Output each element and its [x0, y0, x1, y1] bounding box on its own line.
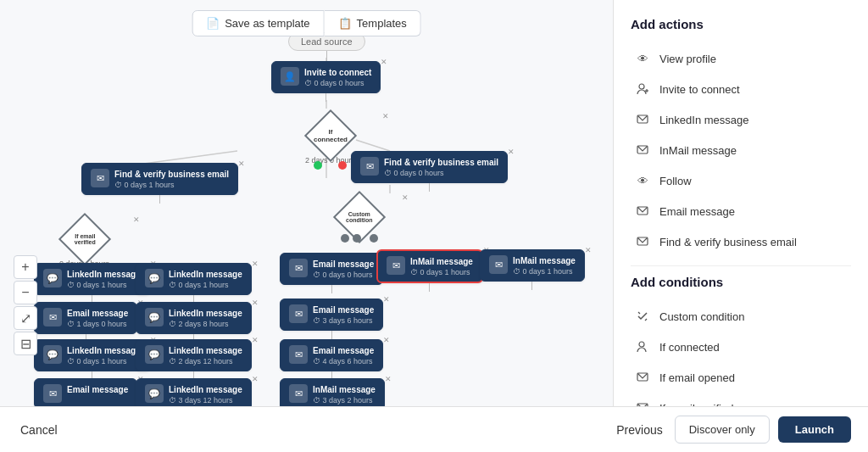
save-template-button[interactable]: 📄 Save as template	[192, 10, 324, 36]
templates-button[interactable]: 📋 Templates	[325, 10, 421, 36]
linkedin-msg-panel-icon	[634, 111, 651, 128]
if-email-verified-node: If emailverified 0 days 0 hours ✕	[59, 220, 109, 268]
close-em2[interactable]: ✕	[383, 295, 390, 304]
lm3-icon: 💬	[145, 308, 164, 326]
zoom-in-button[interactable]: +	[14, 255, 37, 279]
close-lm2[interactable]: ✕	[252, 259, 259, 268]
condition-if-email-opened[interactable]: If email opened	[631, 362, 851, 393]
conditions-title: Add conditions	[631, 275, 851, 289]
linkedin-msg3-box[interactable]: 💬 LinkedIn message ⏱ 2 days 8 hours	[136, 302, 252, 334]
find-verify-right-node: ✉ Find & verify business email ⏱ 0 days …	[351, 151, 508, 192]
lm6-icon: 💬	[145, 384, 164, 403]
if-email-verified-icon	[634, 399, 651, 406]
cancel-button[interactable]: Cancel	[17, 416, 61, 444]
linkedin-msg6-box[interactable]: 💬 LinkedIn message ⏱ 3 days 12 hours	[136, 378, 252, 406]
actions-list: 👁 View profile Invite to connect LinkedI…	[631, 43, 851, 257]
cc-dot2	[353, 234, 361, 243]
footer-left: Cancel	[17, 416, 61, 444]
action-view-profile[interactable]: 👁 View profile	[631, 43, 851, 74]
close-lm6[interactable]: ✕	[252, 375, 259, 383]
action-inmail-message[interactable]: InMail message	[631, 135, 851, 165]
linkedin-msg1-box[interactable]: 💬 LinkedIn message ⏱ 0 days 1 hours	[34, 263, 150, 295]
action-follow[interactable]: 👁 Follow	[631, 165, 851, 196]
conditions-list: Custom condition If connected If email o…	[631, 301, 851, 406]
templates-icon: 📋	[338, 17, 352, 30]
connector-line	[326, 51, 327, 61]
linkedin-msg6-node: 💬 LinkedIn message ⏱ 3 days 12 hours ✕	[136, 378, 252, 406]
email-msg3-box[interactable]: ✉ Email message ⏱ 4 days 6 hours	[280, 339, 383, 371]
find-verify-right-box[interactable]: ✉ Find & verify business email ⏱ 0 days …	[351, 151, 508, 183]
invite-connect-box[interactable]: 👤 Invite to connect ⏱ 0 days 0 hours	[271, 61, 381, 93]
email-msg1-node: ✉ Email message ⏱ 0 days 0 hours ✕	[280, 253, 383, 293]
if-connected-diamond[interactable]: If connected	[303, 109, 356, 162]
condition-if-connected[interactable]: If connected	[631, 332, 851, 362]
condition-custom[interactable]: Custom condition	[631, 301, 851, 332]
close-im3[interactable]: ✕	[385, 375, 392, 383]
zoom-out-button[interactable]: −	[14, 281, 37, 304]
fit-button[interactable]: ⤢	[14, 306, 37, 330]
lm1-icon: 💬	[43, 269, 62, 287]
canvas-area: 📄 Save as template 📋 Templates	[0, 0, 614, 406]
action-find-verify-email[interactable]: Find & verify business email	[631, 226, 851, 257]
layer-button[interactable]: ⊟	[14, 332, 37, 355]
email-msg3-node: ✉ Email message ⏱ 4 days 6 hours ✕	[280, 339, 383, 380]
lm5-icon: 💬	[43, 345, 62, 364]
linkedin-msg1-node: 💬 LinkedIn message ⏱ 0 days 1 hours ✕	[34, 263, 150, 304]
close-im2[interactable]: ✕	[585, 246, 592, 254]
close-if-connected[interactable]: ✕	[382, 112, 389, 120]
previous-button[interactable]: Previous	[613, 416, 665, 444]
em2-icon: ✉	[289, 304, 308, 323]
fv-right-icon: ✉	[360, 157, 379, 176]
close-invite[interactable]: ✕	[381, 58, 387, 66]
inmail-msg3-node: ✉ InMail message ⏱ 3 days 2 hours ✕	[280, 378, 385, 406]
fv-left-icon: ✉	[91, 169, 109, 187]
close-lm3[interactable]: ✕	[252, 299, 259, 307]
email-msg2-box[interactable]: ✉ Email message ⏱ 3 days 6 hours	[280, 299, 383, 331]
flow-canvas: Lead source ✕ 👤 Invite to connect ⏱ 0 da…	[0, 0, 613, 406]
close-lm4[interactable]: ✕	[252, 336, 259, 344]
close-cc[interactable]: ✕	[402, 193, 409, 202]
connector-line2	[326, 93, 326, 102]
fv-email-panel-icon	[634, 233, 651, 250]
invite-connect-panel-icon	[634, 81, 651, 98]
im3-icon: ✉	[289, 384, 308, 403]
cc-dot3	[370, 234, 378, 243]
email-msg1-box[interactable]: ✉ Email message ⏱ 0 days 0 hours	[280, 253, 383, 285]
svg-point-15	[639, 342, 644, 347]
find-verify-left-box[interactable]: ✉ Find & verify business email ⏱ 0 days …	[81, 163, 238, 195]
inmail-panel-icon	[634, 142, 651, 159]
templates-label: Templates	[357, 17, 407, 30]
lm4-icon: 💬	[145, 345, 164, 364]
email-bottom-box[interactable]: ✉ Email message	[34, 378, 137, 406]
close-fv-left[interactable]: ✕	[238, 159, 245, 168]
email-msg-panel-icon	[634, 203, 651, 220]
right-panel: Add actions 👁 View profile Invite to con…	[614, 0, 868, 406]
close-iev[interactable]: ✕	[133, 215, 140, 224]
action-email-message[interactable]: Email message	[631, 196, 851, 226]
green-dot	[314, 161, 322, 170]
if-email-verified-diamond[interactable]: If emailverified	[58, 213, 110, 265]
inmail-msg3-box[interactable]: ✉ InMail message ⏱ 3 days 2 hours	[280, 378, 385, 406]
close-fv-right[interactable]: ✕	[508, 148, 515, 156]
inmail-msg2-box[interactable]: ✉ InMail message ⏱ 0 days 1 hours	[480, 249, 585, 282]
action-invite-connect[interactable]: Invite to connect	[631, 74, 851, 104]
linkedin-msg2-box[interactable]: 💬 LinkedIn message ⏱ 0 days 1 hours	[136, 263, 252, 295]
linkedin-msg4-box[interactable]: 💬 LinkedIn message ⏱ 2 days 12 hours	[136, 339, 252, 371]
custom-condition-node: Customcondition ✕	[341, 198, 378, 237]
svg-line-13	[638, 312, 640, 314]
action-linkedin-message[interactable]: LinkedIn message	[631, 104, 851, 135]
im1-icon: ✉	[387, 256, 405, 275]
condition-if-email-verified[interactable]: If email verified	[631, 393, 851, 406]
linkedin-msg5-box[interactable]: 💬 LinkedIn message ⏱ 0 days 1 hours	[34, 339, 150, 371]
close-em3[interactable]: ✕	[383, 336, 390, 344]
im2-icon: ✉	[489, 255, 508, 274]
save-template-label: Save as template	[225, 17, 309, 30]
email-left1-node: ✉ Email message ⏱ 1 days 0 hours ✕	[34, 302, 137, 343]
email-msg2-node: ✉ Email message ⏱ 3 days 6 hours ✕	[280, 299, 383, 339]
linkedin-msg2-node: 💬 LinkedIn message ⏱ 0 days 1 hours ✕	[136, 263, 252, 304]
email-left1-box[interactable]: ✉ Email message ⏱ 1 days 0 hours	[34, 302, 137, 334]
inmail-msg1-box[interactable]: ✉ InMail message ⏱ 0 days 1 hours	[376, 249, 483, 283]
invite-time: ⏱ 0 days 0 hours	[304, 79, 371, 87]
launch-button[interactable]: Launch	[778, 416, 851, 443]
discover-only-button[interactable]: Discover only	[675, 416, 770, 444]
